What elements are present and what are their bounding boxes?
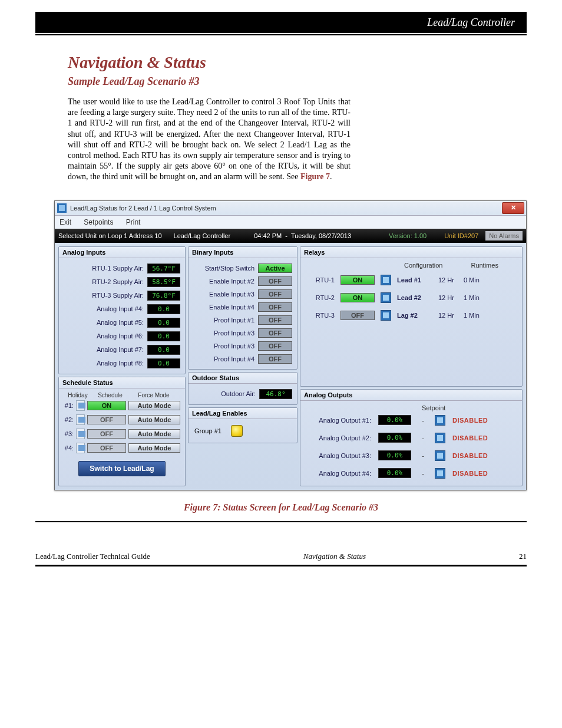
analog-input-row: Analog Input #4:0.0 — [62, 302, 181, 316]
panel-header-ao: Analog Outputs — [300, 390, 522, 401]
analog-input-row: Analog Input #6:0.0 — [62, 330, 181, 343]
analog-output-row: Analog Output #1:0.0%-DISABLED — [306, 411, 516, 429]
ao-label: Analog Output #2: — [306, 434, 371, 442]
menubar: Exit Setpoints Print — [55, 216, 526, 229]
ao-setpoint: - — [418, 417, 428, 424]
ai-label: RTU-1 Supply Air: — [64, 265, 147, 272]
relay-config-icon[interactable] — [381, 275, 391, 285]
sched-state[interactable]: OFF — [87, 443, 126, 453]
status-time: 04:42 PM — [254, 232, 282, 239]
binary-input-row: Proof Input #4OFF — [192, 353, 293, 365]
ao-config-icon[interactable] — [435, 450, 445, 461]
relay-config-icon[interactable] — [381, 292, 391, 303]
close-button[interactable]: ✕ — [502, 202, 524, 214]
analog-output-row: Analog Output #4:0.0%-DISABLED — [306, 465, 516, 482]
footer-left: Lead/Lag Controller Technical Guide — [35, 552, 150, 561]
panel-analog-inputs: Analog Inputs RTU-1 Supply Air:56.7°FRTU… — [58, 246, 186, 374]
status-unitid: Unit ID#207 — [444, 232, 478, 239]
ai-value: 76.8°F — [147, 291, 180, 301]
menu-setpoints[interactable]: Setpoints — [84, 218, 113, 226]
bi-label: Proof Input #4 — [193, 355, 258, 363]
sched-state[interactable]: ON — [87, 401, 126, 410]
panel-analog-outputs: Analog Outputs Setpoint Analog Output #1… — [300, 389, 523, 486]
force-mode[interactable]: Auto Mode — [128, 415, 180, 424]
analog-input-row: RTU-1 Supply Air:56.7°F — [62, 262, 181, 275]
bi-label: Proof Input #3 — [193, 342, 258, 350]
relay-config: Lag #2 — [397, 312, 432, 319]
switch-leadlag-button[interactable]: Switch to Lead/Lag — [78, 461, 165, 476]
relay-state: ON — [340, 275, 375, 285]
top-bars: Lead/Lag Controller — [0, 0, 562, 35]
ao-headers: Setpoint — [306, 404, 516, 411]
panel-header-lle: Lead/Lag Enables — [189, 408, 297, 419]
ao-config-icon[interactable] — [435, 468, 445, 479]
ao-setpoint: - — [418, 470, 428, 477]
status-noalarms: No Alarms — [485, 231, 523, 241]
force-mode[interactable]: Auto Mode — [128, 401, 180, 410]
body-paragraph: The user would like to use the Lead/Lag … — [0, 94, 386, 189]
force-mode[interactable]: Auto Mode — [128, 443, 180, 453]
bi-state: OFF — [258, 354, 292, 364]
ai-value: 58.5°F — [147, 277, 180, 287]
sched-state[interactable]: OFF — [87, 429, 126, 439]
analog-input-row: Analog Input #5:0.0 — [62, 316, 181, 330]
menu-print[interactable]: Print — [126, 218, 141, 226]
panel-header-bi: Binary Inputs — [189, 247, 297, 258]
footer: Lead/Lag Controller Technical Guide Navi… — [0, 521, 562, 566]
bi-state: OFF — [258, 341, 292, 351]
ai-value: 0.0 — [147, 318, 180, 328]
sched-col-force: Force Mode — [128, 392, 179, 398]
holiday-icon[interactable] — [76, 400, 85, 411]
relay-config: Lead #2 — [397, 294, 432, 301]
bi-state: OFF — [258, 302, 292, 312]
relay-hr: 12 Hr — [438, 276, 454, 284]
lightbulb-icon[interactable] — [231, 425, 243, 437]
menu-exit[interactable]: Exit — [59, 218, 71, 226]
ai-label: Analog Input #5: — [64, 319, 147, 326]
panel-outdoor: Outdoor Status Outdoor Air: 46.8° — [188, 372, 297, 405]
ao-setpoint: - — [418, 452, 428, 459]
body-text: The user would like to use the Lead/Lag … — [68, 97, 351, 181]
bi-label: Enable Input #4 — [193, 304, 258, 311]
relay-config-icon[interactable] — [381, 310, 391, 321]
ai-label: Analog Input #4: — [64, 305, 147, 312]
window-title: Lead/Lag Status for 2 Lead / 1 Lag Contr… — [70, 205, 216, 212]
holiday-icon[interactable] — [76, 443, 85, 453]
relay-row: RTU-3OFFLag #212 Hr1 Min — [306, 307, 516, 324]
bi-label: Enable Input #3 — [193, 291, 258, 298]
schedule-row: #4:OFFAuto Mode — [62, 441, 181, 455]
relay-name: RTU-1 — [306, 276, 335, 284]
analog-input-row: RTU-3 Supply Air:76.8°F — [62, 289, 181, 302]
banner-bar: Lead/Lag Controller — [35, 12, 527, 33]
bi-label: Proof Input #3 — [193, 330, 258, 337]
ao-config-icon[interactable] — [435, 415, 445, 426]
relay-hr: 12 Hr — [438, 294, 454, 301]
relay-min: 1 Min — [464, 312, 480, 319]
relay-row: RTU-1ONLead #112 Hr0 Min — [306, 271, 516, 289]
analog-input-row: Analog Input #8:0.0 — [62, 357, 181, 370]
relay-row: RTU-2ONLead #212 Hr1 Min — [306, 289, 516, 307]
holiday-icon[interactable] — [76, 429, 85, 439]
ao-config-icon[interactable] — [435, 433, 445, 443]
pane-area: Analog Inputs RTU-1 Supply Air:56.7°FRTU… — [55, 243, 526, 490]
schedule-headers: Holiday Schedule Force Mode — [62, 392, 181, 398]
ai-label: Analog Input #7: — [64, 346, 147, 353]
titlebar: Lead/Lag Status for 2 Lead / 1 Lag Contr… — [55, 201, 526, 216]
panel-header-relays: Relays — [300, 247, 522, 258]
ao-label: Analog Output #1: — [306, 417, 371, 424]
sched-idx: #4: — [64, 444, 74, 452]
bi-label: Proof Input #1 — [193, 317, 258, 324]
force-mode[interactable]: Auto Mode — [128, 429, 180, 439]
sched-state[interactable]: OFF — [87, 415, 126, 424]
ao-value: 0.0% — [378, 468, 411, 478]
analog-input-row: RTU-2 Supply Air:58.5°F — [62, 275, 181, 289]
binary-input-row: Proof Input #3OFF — [192, 327, 293, 340]
holiday-icon[interactable] — [76, 414, 85, 425]
relay-name: RTU-3 — [306, 312, 335, 319]
binary-input-row: Enable Input #3OFF — [192, 288, 293, 301]
group-label: Group #1 — [194, 427, 222, 434]
ai-label: Analog Input #6: — [64, 332, 147, 340]
heading-main: Navigation & Status — [68, 53, 527, 72]
outdoor-label: Outdoor Air: — [193, 390, 259, 397]
heading-area: Navigation & Status Sample Lead/Lag Scen… — [0, 35, 562, 94]
